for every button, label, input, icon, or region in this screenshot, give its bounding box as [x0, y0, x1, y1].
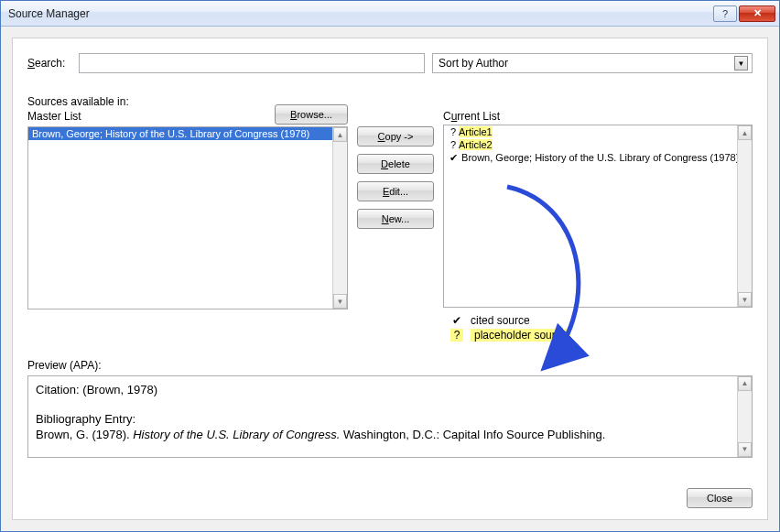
preview-citation-line: Citation: (Brown, 1978)	[36, 382, 731, 398]
search-sort-row: Search: Sort by Author ▼	[27, 53, 753, 73]
current-listbox[interactable]: ?Article1 ?Article2 ✔ Brown, George; His…	[443, 125, 753, 308]
preview-bib-entry: Brown, G. (1978). History of the U.S. Li…	[36, 427, 731, 443]
check-icon: ✔	[450, 314, 463, 327]
scrollbar[interactable]: ▲ ▼	[737, 376, 752, 457]
preview-bib-label: Bibliography Entry:	[36, 411, 731, 428]
sort-selected-value: Sort by Author	[439, 57, 508, 70]
preview-label: Preview (APA):	[27, 359, 753, 372]
current-list-label: Current List	[443, 110, 753, 123]
window-title: Source Manager	[8, 7, 711, 20]
question-icon: ?	[450, 329, 463, 342]
master-list-label: Master List	[27, 110, 129, 123]
title-bar: Source Manager ? ✕	[1, 1, 779, 27]
action-buttons-column: Copy -> Delete Edit... New...	[357, 95, 434, 342]
copy-button[interactable]: Copy ->	[357, 126, 434, 147]
current-list-item[interactable]: ?Article1	[444, 125, 752, 138]
current-list-item[interactable]: ✔ Brown, George; History of the U.S. Lib…	[444, 151, 752, 165]
window-close-button[interactable]: ✕	[739, 5, 775, 22]
dialog-content: Search: Sort by Author ▼ Sources availab…	[1, 27, 779, 531]
scroll-up-icon[interactable]: ▲	[333, 127, 347, 142]
lists-row: Sources available in: Master List Browse…	[27, 95, 753, 342]
sources-available-label: Sources available in:	[27, 95, 129, 108]
placeholder-mark-icon: ?	[448, 126, 459, 137]
edit-button[interactable]: Edit...	[357, 181, 434, 201]
legend-cited: ✔ cited source	[443, 313, 753, 328]
browse-button[interactable]: Browse...	[275, 104, 348, 125]
new-button[interactable]: New...	[357, 209, 434, 229]
chevron-down-icon: ▼	[734, 56, 748, 71]
scroll-down-icon[interactable]: ▼	[738, 442, 752, 457]
search-label: Search:	[27, 57, 71, 70]
dialog-panel: Search: Sort by Author ▼ Sources availab…	[12, 38, 768, 520]
help-button[interactable]: ?	[713, 5, 737, 22]
legend-placeholder: ? placeholder source	[443, 328, 753, 342]
scroll-up-icon[interactable]: ▲	[738, 376, 752, 391]
scroll-down-icon[interactable]: ▼	[333, 294, 347, 309]
cited-mark-icon: ✔	[448, 152, 459, 164]
current-list-item[interactable]: ?Article2	[444, 138, 752, 151]
master-listbox[interactable]: Brown, George; History of the U.S. Libra…	[27, 126, 348, 309]
sort-dropdown[interactable]: Sort by Author ▼	[432, 53, 753, 73]
preview-box: Citation: (Brown, 1978) Bibliography Ent…	[27, 375, 753, 458]
delete-button[interactable]: Delete	[357, 154, 434, 174]
scrollbar[interactable]: ▲ ▼	[332, 127, 347, 309]
close-button[interactable]: Close	[687, 488, 753, 508]
current-list-column: Current List ?Article1 ?Article2 ✔ Brown…	[443, 95, 753, 342]
master-list-column: Sources available in: Master List Browse…	[27, 95, 348, 342]
scrollbar[interactable]: ▲ ▼	[737, 125, 752, 307]
scroll-down-icon[interactable]: ▼	[738, 292, 752, 307]
placeholder-mark-icon: ?	[448, 139, 459, 150]
dialog-buttons: Close	[687, 488, 753, 508]
search-input[interactable]	[79, 53, 425, 73]
master-list-item[interactable]: Brown, George; History of the U.S. Libra…	[28, 127, 347, 140]
legend: ✔ cited source ? placeholder source	[443, 313, 753, 342]
scroll-up-icon[interactable]: ▲	[738, 125, 752, 140]
